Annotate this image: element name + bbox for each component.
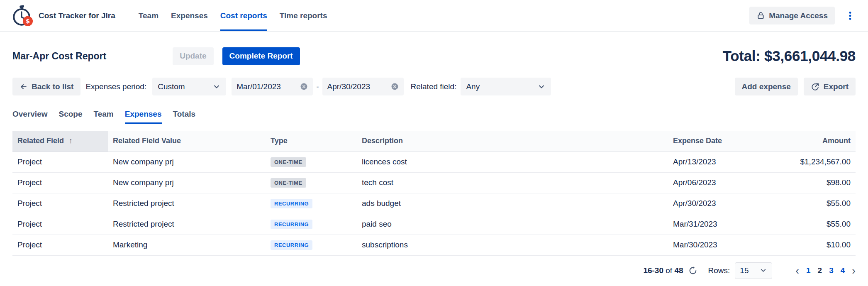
range-info: 16-30 of 48 [643, 266, 683, 275]
pagination: ‹ 1 2 3 4 › [795, 265, 856, 276]
cell-related-field: Project [12, 235, 108, 255]
col-related-field-value[interactable]: Related Field Value [108, 131, 266, 152]
related-field-select-value: Any [466, 82, 480, 91]
date-to-value: Apr/30/2023 [327, 82, 371, 91]
cell-description: tech cost [357, 172, 668, 193]
period-select[interactable]: Custom [152, 78, 226, 95]
page-4-link[interactable]: 4 [841, 266, 845, 275]
top-bar: $ Cost Tracker for Jira Team Expenses Co… [0, 0, 868, 32]
col-description[interactable]: Description [357, 131, 668, 152]
manage-access-label: Manage Access [769, 11, 828, 20]
rows-per-page-label: Rows: [708, 266, 730, 275]
table-row[interactable]: Project Restricted project RECURRING pai… [12, 214, 856, 235]
related-field-label: Related field: [411, 82, 457, 91]
complete-report-button[interactable]: Complete Report [222, 47, 300, 65]
tab-team[interactable]: Team [94, 110, 114, 124]
export-label: Export [824, 82, 848, 91]
cell-amount: $55.00 [772, 214, 856, 235]
table-row[interactable]: Project Restricted project RECURRING ads… [12, 193, 856, 214]
cell-type: ONE-TIME [266, 172, 357, 193]
cell-amount: $98.00 [772, 172, 856, 193]
export-button[interactable]: Export [804, 78, 856, 95]
refresh-icon[interactable] [688, 266, 697, 275]
sort-ascending-icon: ↑ [69, 137, 73, 145]
chevron-down-icon [759, 266, 767, 274]
page-1-link[interactable]: 1 [806, 266, 811, 275]
table-row[interactable]: Project New company prj ONE-TIME tech co… [12, 172, 856, 193]
type-badge: RECURRING [271, 240, 312, 250]
clear-date-to-icon[interactable] [391, 83, 399, 90]
related-field-select[interactable]: Any [461, 78, 551, 95]
range-total: 48 [674, 266, 683, 275]
cell-expense-date: Apr/13/2023 [668, 152, 772, 172]
col-type[interactable]: Type [266, 131, 357, 152]
cell-related-field-value: Marketing [108, 235, 266, 255]
page-2-current: 2 [818, 266, 822, 275]
cell-expense-date: Apr/06/2023 [668, 172, 772, 193]
back-to-list-label: Back to list [32, 82, 73, 91]
app-title: Cost Tracker for Jira [39, 11, 115, 20]
table-body: Project New company prj ONE-TIME licence… [12, 152, 856, 255]
nav-team[interactable]: Team [139, 0, 158, 31]
cell-related-field: Project [12, 193, 108, 214]
filter-row: Back to list Expenses period: Custom Mar… [0, 78, 868, 95]
type-badge: ONE-TIME [271, 157, 306, 167]
rows-per-page-select[interactable]: 15 [735, 262, 772, 279]
cell-type: RECURRING [266, 235, 357, 255]
period-select-value: Custom [158, 82, 185, 91]
lock-icon [756, 11, 765, 20]
report-total: Total: $3,661,044.98 [723, 48, 856, 64]
add-expense-button[interactable]: Add expense [735, 78, 798, 95]
table-header-row: Related Field ↑ Related Field Value Type… [12, 131, 856, 152]
export-icon [811, 82, 820, 91]
cell-related-field: Project [12, 152, 108, 172]
total-value: $3,661,044.98 [764, 48, 856, 64]
type-badge: RECURRING [271, 199, 312, 208]
total-label: Total: [723, 48, 761, 64]
cell-expense-date: Mar/31/2023 [668, 214, 772, 235]
expenses-period-label: Expenses period: [85, 82, 146, 91]
tab-scope[interactable]: Scope [59, 110, 83, 124]
nav-cost-reports[interactable]: Cost reports [220, 0, 267, 31]
top-bar-right: Manage Access [749, 7, 857, 24]
cell-expense-date: Mar/30/2023 [668, 235, 772, 255]
overflow-menu-icon[interactable] [843, 9, 857, 23]
tab-expenses[interactable]: Expenses [125, 110, 162, 124]
cell-amount: $10.00 [772, 235, 856, 255]
next-page-icon[interactable]: › [852, 265, 856, 276]
cell-related-field-value: Restricted project [108, 193, 266, 214]
report-tabs: Overview Scope Team Expenses Totals [0, 110, 868, 124]
app-logo-icon: $ [11, 5, 33, 27]
range-of-label: of [666, 266, 672, 275]
top-nav: Team Expenses Cost reports Time reports [139, 0, 327, 31]
date-from-field[interactable]: Mar/01/2023 [232, 78, 313, 95]
tab-totals[interactable]: Totals [173, 110, 196, 124]
table-footer: 16-30 of 48 Rows: 15 ‹ 1 2 3 4 › [0, 261, 868, 281]
page-3-link[interactable]: 3 [829, 266, 834, 275]
report-title-row: Mar-Apr Cost Report Update Complete Repo… [0, 47, 868, 65]
date-from-value: Mar/01/2023 [237, 82, 281, 91]
type-badge: RECURRING [271, 220, 312, 229]
col-amount[interactable]: Amount [772, 131, 856, 152]
cell-related-field: Project [12, 214, 108, 235]
update-button[interactable]: Update [173, 47, 213, 65]
cell-description: ads budget [357, 193, 668, 214]
range-value: 16-30 [643, 266, 663, 275]
date-to-field[interactable]: Apr/30/2023 [322, 78, 404, 95]
nav-expenses[interactable]: Expenses [171, 0, 208, 31]
nav-time-reports[interactable]: Time reports [280, 0, 327, 31]
back-to-list-button[interactable]: Back to list [12, 78, 80, 95]
col-expense-date[interactable]: Expense Date [668, 131, 772, 152]
cell-related-field-value: New company prj [108, 152, 266, 172]
col-related-field[interactable]: Related Field ↑ [12, 131, 108, 152]
arrow-left-icon [20, 83, 28, 91]
cell-description: subscriptions [357, 235, 668, 255]
table-row[interactable]: Project Marketing RECURRING subscription… [12, 235, 856, 255]
table-row[interactable]: Project New company prj ONE-TIME licence… [12, 152, 856, 172]
previous-page-icon[interactable]: ‹ [795, 265, 799, 276]
expenses-table: Related Field ↑ Related Field Value Type… [12, 131, 856, 256]
clear-date-from-icon[interactable] [300, 83, 308, 90]
type-badge: ONE-TIME [271, 178, 306, 188]
tab-overview[interactable]: Overview [12, 110, 48, 124]
manage-access-button[interactable]: Manage Access [749, 7, 835, 24]
